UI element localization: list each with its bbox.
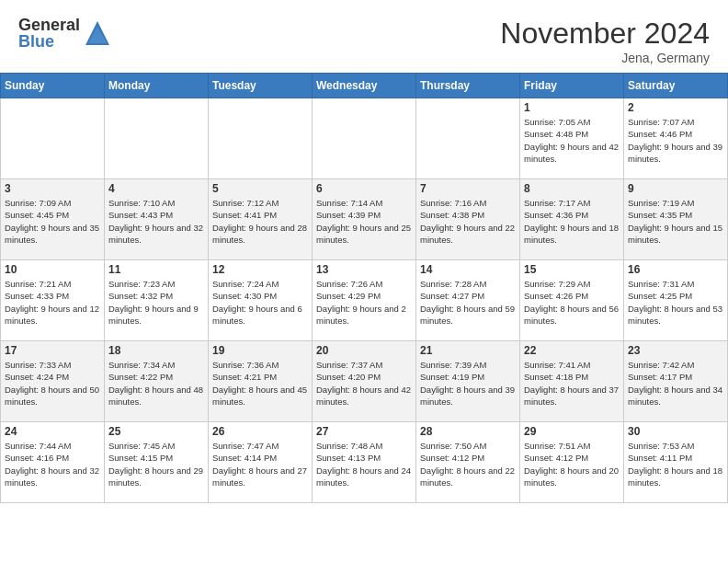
calendar-cell: 3Sunrise: 7:09 AM Sunset: 4:45 PM Daylig… (1, 179, 105, 260)
calendar-cell: 22Sunrise: 7:41 AM Sunset: 4:18 PM Dayli… (520, 341, 624, 422)
day-info: Sunrise: 7:47 AM Sunset: 4:14 PM Dayligh… (212, 440, 308, 488)
calendar-cell: 21Sunrise: 7:39 AM Sunset: 4:19 PM Dayli… (416, 341, 520, 422)
day-info: Sunrise: 7:29 AM Sunset: 4:26 PM Dayligh… (524, 278, 620, 327)
day-info: Sunrise: 7:05 AM Sunset: 4:48 PM Dayligh… (524, 116, 620, 165)
day-number: 5 (212, 182, 308, 195)
day-number: 24 (5, 425, 100, 438)
day-info: Sunrise: 7:23 AM Sunset: 4:32 PM Dayligh… (108, 278, 204, 327)
calendar-cell: 30Sunrise: 7:53 AM Sunset: 4:11 PM Dayli… (624, 422, 728, 503)
calendar-cell: 1Sunrise: 7:05 AM Sunset: 4:48 PM Daylig… (520, 98, 624, 179)
calendar-cell: 19Sunrise: 7:36 AM Sunset: 4:21 PM Dayli… (209, 341, 313, 422)
day-info: Sunrise: 7:53 AM Sunset: 4:11 PM Dayligh… (628, 440, 723, 488)
calendar-cell: 12Sunrise: 7:24 AM Sunset: 4:30 PM Dayli… (209, 260, 313, 341)
calendar-day-header: Friday (520, 74, 624, 98)
day-number: 15 (524, 263, 620, 276)
day-info: Sunrise: 7:45 AM Sunset: 4:15 PM Dayligh… (108, 440, 204, 488)
day-number: 30 (628, 425, 723, 438)
day-info: Sunrise: 7:51 AM Sunset: 4:12 PM Dayligh… (524, 440, 620, 488)
day-number: 1 (524, 101, 620, 114)
day-number: 22 (524, 344, 620, 357)
calendar-day-header: Saturday (624, 74, 728, 98)
calendar-cell: 24Sunrise: 7:44 AM Sunset: 4:16 PM Dayli… (1, 422, 105, 503)
title-area: November 2024 Jena, Germany (500, 17, 710, 65)
calendar-week-row: 1Sunrise: 7:05 AM Sunset: 4:48 PM Daylig… (1, 98, 728, 179)
day-info: Sunrise: 7:37 AM Sunset: 4:20 PM Dayligh… (316, 359, 412, 408)
day-info: Sunrise: 7:39 AM Sunset: 4:19 PM Dayligh… (420, 359, 516, 408)
logo-icon (84, 19, 111, 47)
calendar-cell: 6Sunrise: 7:14 AM Sunset: 4:39 PM Daylig… (313, 179, 416, 260)
day-info: Sunrise: 7:10 AM Sunset: 4:43 PM Dayligh… (108, 197, 204, 246)
day-info: Sunrise: 7:28 AM Sunset: 4:27 PM Dayligh… (420, 278, 516, 327)
calendar-cell: 2Sunrise: 7:07 AM Sunset: 4:46 PM Daylig… (624, 98, 728, 179)
calendar-cell: 15Sunrise: 7:29 AM Sunset: 4:26 PM Dayli… (520, 260, 624, 341)
day-number: 3 (5, 182, 100, 195)
calendar-cell: 25Sunrise: 7:45 AM Sunset: 4:15 PM Dayli… (105, 422, 209, 503)
calendar-week-row: 3Sunrise: 7:09 AM Sunset: 4:45 PM Daylig… (1, 179, 728, 260)
day-number: 14 (420, 263, 516, 276)
day-info: Sunrise: 7:12 AM Sunset: 4:41 PM Dayligh… (212, 197, 308, 246)
day-info: Sunrise: 7:36 AM Sunset: 4:21 PM Dayligh… (212, 359, 308, 408)
calendar-day-header: Monday (105, 74, 209, 98)
day-number: 12 (212, 263, 308, 276)
calendar-cell (209, 98, 313, 179)
day-number: 17 (5, 344, 100, 357)
logo-blue-text: Blue (18, 33, 80, 50)
day-number: 11 (108, 263, 204, 276)
day-number: 21 (420, 344, 516, 357)
calendar-day-header: Tuesday (209, 74, 313, 98)
calendar-table: SundayMondayTuesdayWednesdayThursdayFrid… (0, 73, 728, 503)
calendar-cell: 4Sunrise: 7:10 AM Sunset: 4:43 PM Daylig… (105, 179, 209, 260)
calendar-cell: 7Sunrise: 7:16 AM Sunset: 4:38 PM Daylig… (416, 179, 520, 260)
calendar-cell: 8Sunrise: 7:17 AM Sunset: 4:36 PM Daylig… (520, 179, 624, 260)
calendar-cell: 16Sunrise: 7:31 AM Sunset: 4:25 PM Dayli… (624, 260, 728, 341)
day-info: Sunrise: 7:14 AM Sunset: 4:39 PM Dayligh… (316, 197, 412, 246)
day-info: Sunrise: 7:34 AM Sunset: 4:22 PM Dayligh… (108, 359, 204, 408)
calendar-day-header: Sunday (1, 74, 105, 98)
day-number: 2 (628, 101, 723, 114)
calendar-cell: 17Sunrise: 7:33 AM Sunset: 4:24 PM Dayli… (1, 341, 105, 422)
day-info: Sunrise: 7:48 AM Sunset: 4:13 PM Dayligh… (316, 440, 412, 488)
calendar-day-header: Wednesday (313, 74, 416, 98)
calendar-week-row: 10Sunrise: 7:21 AM Sunset: 4:33 PM Dayli… (1, 260, 728, 341)
calendar-cell: 20Sunrise: 7:37 AM Sunset: 4:20 PM Dayli… (313, 341, 416, 422)
location: Jena, Germany (500, 51, 710, 65)
day-info: Sunrise: 7:19 AM Sunset: 4:35 PM Dayligh… (628, 197, 723, 246)
calendar-cell (105, 98, 209, 179)
day-info: Sunrise: 7:42 AM Sunset: 4:17 PM Dayligh… (628, 359, 723, 408)
day-number: 27 (316, 425, 412, 438)
calendar-cell: 18Sunrise: 7:34 AM Sunset: 4:22 PM Dayli… (105, 341, 209, 422)
day-info: Sunrise: 7:16 AM Sunset: 4:38 PM Dayligh… (420, 197, 516, 246)
day-info: Sunrise: 7:33 AM Sunset: 4:24 PM Dayligh… (5, 359, 100, 408)
day-info: Sunrise: 7:21 AM Sunset: 4:33 PM Dayligh… (5, 278, 100, 327)
day-info: Sunrise: 7:26 AM Sunset: 4:29 PM Dayligh… (316, 278, 412, 327)
calendar-cell: 13Sunrise: 7:26 AM Sunset: 4:29 PM Dayli… (313, 260, 416, 341)
calendar-week-row: 17Sunrise: 7:33 AM Sunset: 4:24 PM Dayli… (1, 341, 728, 422)
calendar-cell: 14Sunrise: 7:28 AM Sunset: 4:27 PM Dayli… (416, 260, 520, 341)
calendar-cell (416, 98, 520, 179)
day-number: 9 (628, 182, 723, 195)
calendar-cell: 10Sunrise: 7:21 AM Sunset: 4:33 PM Dayli… (1, 260, 105, 341)
logo: General Blue (18, 17, 111, 50)
day-info: Sunrise: 7:44 AM Sunset: 4:16 PM Dayligh… (5, 440, 100, 488)
day-info: Sunrise: 7:24 AM Sunset: 4:30 PM Dayligh… (212, 278, 308, 327)
day-number: 13 (316, 263, 412, 276)
day-number: 25 (108, 425, 204, 438)
day-number: 19 (212, 344, 308, 357)
calendar-cell: 29Sunrise: 7:51 AM Sunset: 4:12 PM Dayli… (520, 422, 624, 503)
day-number: 10 (5, 263, 100, 276)
calendar-cell (313, 98, 416, 179)
day-number: 26 (212, 425, 308, 438)
calendar-cell: 27Sunrise: 7:48 AM Sunset: 4:13 PM Dayli… (313, 422, 416, 503)
day-number: 7 (420, 182, 516, 195)
calendar-week-row: 24Sunrise: 7:44 AM Sunset: 4:16 PM Dayli… (1, 422, 728, 503)
day-number: 6 (316, 182, 412, 195)
calendar-cell: 9Sunrise: 7:19 AM Sunset: 4:35 PM Daylig… (624, 179, 728, 260)
day-number: 28 (420, 425, 516, 438)
day-number: 20 (316, 344, 412, 357)
day-info: Sunrise: 7:41 AM Sunset: 4:18 PM Dayligh… (524, 359, 620, 408)
calendar-cell: 26Sunrise: 7:47 AM Sunset: 4:14 PM Dayli… (209, 422, 313, 503)
day-info: Sunrise: 7:50 AM Sunset: 4:12 PM Dayligh… (420, 440, 516, 488)
calendar-header-row: SundayMondayTuesdayWednesdayThursdayFrid… (1, 74, 728, 98)
day-info: Sunrise: 7:17 AM Sunset: 4:36 PM Dayligh… (524, 197, 620, 246)
day-number: 18 (108, 344, 204, 357)
